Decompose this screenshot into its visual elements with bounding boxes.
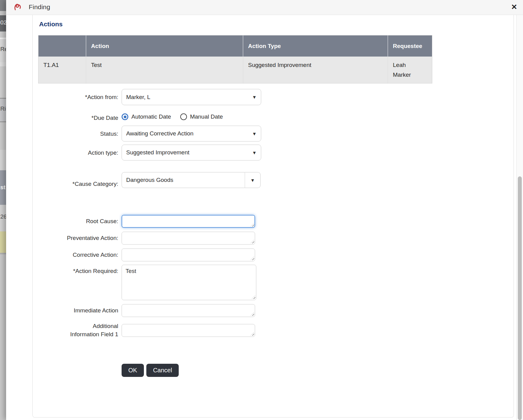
- due-date-radio-group: Automatic Date Manual Date: [122, 113, 229, 120]
- cell-action-type: Suggested Improvement: [243, 57, 388, 83]
- finding-dialog: Finding ✕ Actions Action Action Type Req…: [6, 0, 523, 420]
- actions-panel: Actions Action Action Type Requestee T1.…: [32, 15, 514, 418]
- bg-segment: 02: [0, 15, 6, 31]
- actions-table: Action Action Type Requestee T1.A1 Test …: [38, 35, 432, 83]
- dialog-button-row: OK Cancel: [122, 364, 179, 377]
- bg-fragment-text: Re: [0, 39, 6, 53]
- action-from-select[interactable]: Marker, L ▼: [122, 89, 261, 105]
- additional-info-label: Additional Information Field 1: [66, 322, 118, 338]
- status-select[interactable]: Awaiting Corrective Action ▼: [122, 126, 261, 142]
- bg-segment: [0, 11, 6, 15]
- bg-segment: Re: [0, 39, 6, 62]
- preventative-action-textarea[interactable]: [122, 232, 255, 245]
- bg-segment: [0, 254, 6, 420]
- bg-segment: [0, 66, 6, 98]
- action-required-label: *Action Required:: [33, 267, 118, 275]
- table-header-action-type: Action Type: [243, 35, 388, 57]
- bg-segment: [0, 122, 6, 150]
- manual-date-radio[interactable]: [180, 113, 187, 120]
- bg-segment: [0, 0, 6, 11]
- bg-fragment-text: 02: [0, 15, 6, 26]
- action-type-select[interactable]: Suggested Improvement ▼: [122, 145, 261, 160]
- bg-segment: [0, 150, 6, 170]
- corrective-action-textarea[interactable]: [122, 249, 255, 261]
- action-type-label: Action type:: [33, 149, 118, 157]
- chevron-down-icon: ▼: [252, 94, 257, 100]
- cause-category-value: Dangerous Goods: [126, 177, 240, 183]
- due-date-label: *Due Date: [33, 114, 118, 122]
- vertical-scrollbar[interactable]: [516, 15, 523, 420]
- actions-section-heading: Actions: [39, 20, 63, 28]
- action-from-label: *Action from:: [33, 93, 118, 101]
- root-cause-field-wrap: [122, 215, 255, 228]
- additional-info-field-wrap: [122, 324, 255, 337]
- status-value: Awaiting Corrective Action: [126, 130, 252, 137]
- bg-fragment-text: Ris: [0, 99, 6, 112]
- cancel-button[interactable]: Cancel: [146, 364, 179, 377]
- ok-button[interactable]: OK: [122, 364, 144, 377]
- automatic-date-label[interactable]: Automatic Date: [131, 113, 171, 120]
- root-cause-textarea[interactable]: [122, 215, 255, 228]
- close-icon[interactable]: ✕: [509, 2, 519, 12]
- status-label: Status:: [33, 130, 118, 138]
- corrective-action-label: Corrective Action:: [33, 251, 118, 259]
- cause-category-combobox: Dangerous Goods ▼: [122, 172, 261, 188]
- cell-action: Test: [86, 57, 243, 83]
- cause-category-field[interactable]: Dangerous Goods: [122, 172, 245, 188]
- chevron-down-icon: ▼: [252, 131, 257, 136]
- background-page-strip: 02 Re Ris st 26: [0, 0, 6, 420]
- actions-table-header-row: Action Action Type Requestee: [38, 35, 432, 57]
- chevron-down-icon: ▼: [252, 150, 257, 155]
- action-type-value: Suggested Improvement: [126, 149, 252, 156]
- corrective-action-field-wrap: [122, 249, 255, 261]
- scrollbar-thumb[interactable]: [518, 176, 522, 420]
- cause-category-dropdown-button[interactable]: ▼: [245, 172, 261, 188]
- immediate-action-field-wrap: [122, 304, 255, 317]
- root-cause-label: Root Cause:: [33, 217, 118, 226]
- red-ribbon-loop-icon: [13, 2, 23, 12]
- immediate-action-label: Immediate Action: [33, 307, 118, 315]
- bg-segment: [0, 62, 6, 66]
- manual-date-label[interactable]: Manual Date: [190, 113, 223, 120]
- table-row[interactable]: T1.A1 Test Suggested Improvement Leah Ma…: [38, 57, 432, 83]
- table-header-action: Action: [86, 35, 243, 57]
- bg-fragment-text: 26: [0, 205, 6, 220]
- chevron-down-icon: ▼: [251, 178, 255, 183]
- preventative-action-field-wrap: [122, 232, 255, 245]
- automatic-date-radio[interactable]: [122, 113, 128, 120]
- action-required-field-wrap: Test: [122, 265, 256, 300]
- bg-segment-highlight: [0, 231, 6, 253]
- dialog-header: Finding ✕: [6, 0, 523, 15]
- additional-info-textarea[interactable]: [122, 324, 255, 337]
- table-header-requestee: Requestee: [388, 35, 432, 57]
- bg-segment: [0, 31, 6, 38]
- preventative-action-label: Preventative Action:: [33, 234, 118, 242]
- bg-segment: 26: [0, 205, 6, 231]
- cell-requestee: Leah Marker: [388, 57, 432, 83]
- bg-segment: Ris: [0, 99, 6, 121]
- cause-category-label: *Cause Category:: [33, 180, 118, 188]
- bg-fragment-text: st: [0, 170, 6, 191]
- table-header-id: [38, 35, 86, 57]
- dialog-title: Finding: [29, 3, 50, 11]
- action-required-textarea[interactable]: Test: [122, 265, 256, 300]
- bg-segment: st: [0, 170, 6, 205]
- cell-action-id: T1.A1: [38, 57, 86, 83]
- action-from-value: Marker, L: [126, 94, 252, 101]
- immediate-action-textarea[interactable]: [122, 304, 255, 317]
